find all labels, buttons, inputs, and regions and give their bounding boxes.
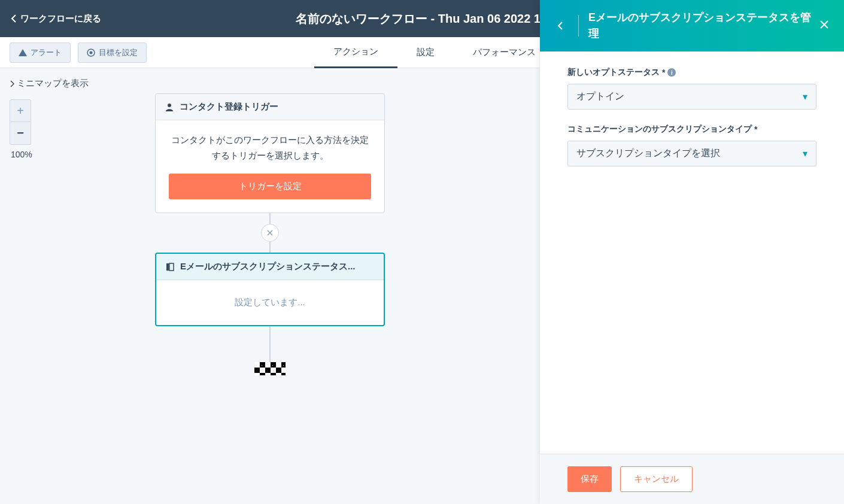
action-card-header: Eメールのサブスクリプションステータス...	[156, 254, 384, 280]
save-button[interactable]: 保存	[567, 466, 612, 492]
svg-rect-4	[169, 263, 174, 271]
side-panel: Eメールのサブスクリプションステータスを管理 新しいオプトステータス * i オ…	[540, 0, 844, 504]
action-card-selected[interactable]: Eメールのサブスクリプションステータス... 設定しています...	[155, 253, 385, 326]
tab-actions[interactable]: アクション	[314, 37, 397, 68]
opt-status-label-row: 新しいオプトステータス * i	[567, 67, 816, 78]
alerts-label: アラート	[31, 47, 62, 58]
panel-footer: 保存 キャンセル	[540, 454, 844, 504]
close-icon	[819, 19, 830, 30]
sub-type-placeholder: サブスクリプションタイプを選択	[576, 147, 720, 160]
connector-line	[269, 213, 271, 224]
action-title: Eメールのサブスクリプションステータス...	[180, 261, 356, 272]
trigger-title: コンタクト登録トリガー	[180, 101, 278, 113]
tab-settings[interactable]: 設定	[397, 37, 454, 68]
chevron-right-icon	[10, 80, 14, 87]
trigger-card-body: コンタクトがこのワークフローに入る方法を決定するトリガーを選択します。 トリガー…	[156, 120, 384, 212]
trigger-desc: コンタクトがこのワークフローに入る方法を決定するトリガーを選択します。	[169, 132, 371, 163]
zoom-level: 100%	[10, 150, 32, 159]
trigger-card-header: コンタクト登録トリガー	[156, 94, 384, 120]
action-card-body: 設定しています...	[156, 280, 384, 325]
subbar-left: アラート 目標を設定	[10, 42, 147, 63]
subscription-type-select[interactable]: サブスクリプションタイプを選択 ▾	[567, 141, 816, 166]
alerts-button[interactable]: アラート	[10, 42, 71, 63]
back-to-workflows-link[interactable]: ワークフローに戻る	[11, 13, 101, 25]
required-mark: *	[662, 68, 665, 77]
opt-status-value: オプトイン	[576, 90, 624, 103]
connector-line	[269, 326, 271, 362]
workflow-canvas: ミニマップを表示 + − 100% コンタクト登録トリガー コンタクトがこのワー…	[0, 68, 540, 504]
panel-close-button[interactable]	[816, 17, 832, 35]
add-action-button[interactable]	[261, 224, 279, 242]
zoom-out-button[interactable]: −	[10, 122, 31, 145]
goals-label: 目標を設定	[99, 47, 138, 58]
svg-rect-3	[166, 263, 169, 271]
svg-point-1	[90, 51, 93, 54]
person-icon	[165, 103, 174, 111]
set-goals-button[interactable]: 目標を設定	[78, 42, 147, 63]
list-icon	[166, 263, 174, 271]
sub-type-label-row: コミュニケーションのサブスクリプションタイプ *	[567, 124, 816, 135]
chevron-down-icon: ▾	[803, 148, 807, 159]
svg-point-2	[168, 104, 171, 107]
target-icon	[87, 48, 95, 57]
chevron-left-icon	[557, 21, 563, 31]
chevron-left-icon	[11, 14, 17, 23]
zoom-controls: + − 100%	[10, 99, 32, 159]
panel-header-divider	[578, 15, 579, 37]
chevron-down-icon: ▾	[803, 91, 807, 102]
opt-status-label: 新しいオプトステータス	[567, 67, 660, 78]
trigger-card[interactable]: コンタクト登録トリガー コンタクトがこのワークフローに入る方法を決定するトリガー…	[155, 93, 385, 213]
warning-icon	[19, 49, 27, 56]
info-icon[interactable]: i	[667, 68, 676, 77]
opt-status-select[interactable]: オプトイン ▾	[567, 84, 816, 110]
back-label: ワークフローに戻る	[20, 13, 101, 25]
required-mark: *	[754, 125, 757, 134]
field-opt-status: 新しいオプトステータス * i オプトイン ▾	[567, 67, 816, 110]
flow-column: コンタクト登録トリガー コンタクトがこのワークフローに入る方法を決定するトリガー…	[155, 93, 385, 375]
panel-header: Eメールのサブスクリプションステータスを管理	[540, 0, 844, 51]
finish-flag	[254, 362, 286, 375]
panel-body: 新しいオプトステータス * i オプトイン ▾ コミュニケーションのサブスクリプ…	[540, 51, 844, 454]
panel-title: Eメールのサブスクリプションステータスを管理	[588, 10, 816, 42]
minimap-label: ミニマップを表示	[17, 78, 89, 89]
connector-line	[269, 242, 271, 253]
field-subscription-type: コミュニケーションのサブスクリプションタイプ * サブスクリプションタイプを選択…	[567, 124, 816, 166]
close-icon	[267, 230, 273, 236]
set-trigger-button[interactable]: トリガーを設定	[169, 174, 371, 199]
panel-back-button[interactable]	[552, 17, 569, 34]
zoom-in-button[interactable]: +	[10, 99, 31, 122]
sub-type-label: コミュニケーションのサブスクリプションタイプ	[567, 124, 752, 135]
cancel-button[interactable]: キャンセル	[620, 466, 693, 492]
minimap-toggle[interactable]: ミニマップを表示	[10, 78, 89, 89]
